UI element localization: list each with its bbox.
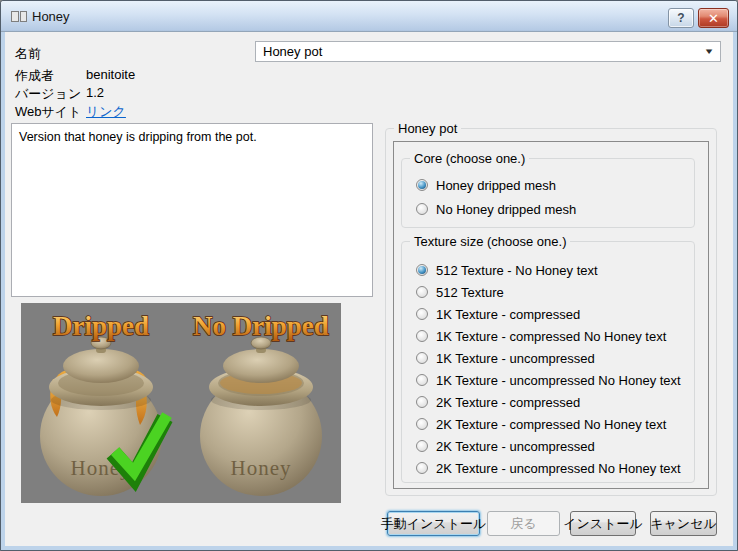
radio-option[interactable]: 512 Texture - No Honey text bbox=[416, 259, 690, 281]
radio-option-label: 512 Texture bbox=[436, 285, 504, 300]
radio-button-icon[interactable] bbox=[416, 418, 428, 430]
description-text: Version that honey is dripping from the … bbox=[19, 130, 257, 144]
radio-button-icon[interactable] bbox=[416, 286, 428, 298]
version-value: 1.2 bbox=[86, 85, 104, 100]
texture-group: Texture size (choose one.) 512 Texture -… bbox=[401, 241, 695, 483]
cancel-button[interactable]: キャンセル bbox=[650, 511, 717, 536]
core-options: Honey dripped meshNo Honey dripped mesh bbox=[416, 173, 690, 221]
help-button[interactable]: ? bbox=[668, 8, 694, 28]
radio-option[interactable]: 1K Texture - compressed No Honey text bbox=[416, 325, 690, 347]
radio-button-icon[interactable] bbox=[416, 203, 428, 215]
chevron-down-icon[interactable]: ▼ bbox=[703, 47, 714, 56]
close-button[interactable]: ✕ bbox=[698, 8, 729, 28]
core-group: Core (choose one.) Honey dripped meshNo … bbox=[401, 158, 695, 228]
version-label: バージョン bbox=[15, 85, 81, 103]
titlebar[interactable]: Honey ? ✕ bbox=[1, 1, 737, 32]
radio-option[interactable]: Honey dripped mesh bbox=[416, 173, 690, 197]
radio-option[interactable]: 2K Texture - compressed bbox=[416, 391, 690, 413]
window-title: Honey bbox=[32, 9, 70, 24]
radio-option-label: No Honey dripped mesh bbox=[436, 202, 576, 217]
radio-option[interactable]: 2K Texture - uncompressed No Honey text bbox=[416, 457, 690, 479]
radio-option[interactable]: 1K Texture - uncompressed bbox=[416, 347, 690, 369]
radio-button-icon[interactable] bbox=[416, 374, 428, 386]
radio-option[interactable]: No Honey dripped mesh bbox=[416, 197, 690, 221]
radio-option[interactable]: 1K Texture - uncompressed No Honey text bbox=[416, 369, 690, 391]
texture-group-title: Texture size (choose one.) bbox=[410, 234, 570, 249]
radio-option-label: 2K Texture - compressed No Honey text bbox=[436, 417, 666, 432]
radio-button-icon[interactable] bbox=[416, 330, 428, 342]
author-label: 作成者 bbox=[15, 67, 54, 85]
module-select-combobox[interactable]: Honey pot ▼ bbox=[255, 41, 721, 62]
name-label: 名前 bbox=[15, 45, 41, 63]
radio-option-label: 1K Texture - uncompressed bbox=[436, 351, 595, 366]
footer-button-row: 手動インストール戻るインストールキャンセル bbox=[387, 511, 717, 536]
radio-option-label: 2K Texture - uncompressed bbox=[436, 439, 595, 454]
radio-button-icon[interactable] bbox=[416, 440, 428, 452]
core-group-title: Core (choose one.) bbox=[410, 151, 529, 166]
radio-option[interactable]: 512 Texture bbox=[416, 281, 690, 303]
pot-engraving-right: Honey bbox=[231, 456, 292, 480]
manual-install-button[interactable]: 手動インストール bbox=[387, 511, 480, 536]
no-dripped-pot-illustration: Honey No Dripped bbox=[193, 311, 329, 496]
app-icon bbox=[11, 11, 27, 22]
radio-option-label: 1K Texture - uncompressed No Honey text bbox=[436, 373, 681, 388]
radio-button-icon[interactable] bbox=[416, 462, 428, 474]
radio-option[interactable]: 1K Texture - compressed bbox=[416, 303, 690, 325]
radio-option-label: 2K Texture - compressed bbox=[436, 395, 580, 410]
radio-option-label: 512 Texture - No Honey text bbox=[436, 263, 598, 278]
radio-option[interactable]: 2K Texture - compressed No Honey text bbox=[416, 413, 690, 435]
texture-options: 512 Texture - No Honey text512 Texture1K… bbox=[416, 259, 690, 479]
install-button[interactable]: インストール bbox=[570, 511, 636, 536]
radio-button-icon[interactable] bbox=[416, 264, 428, 276]
website-link[interactable]: リンク bbox=[86, 103, 126, 121]
radio-option-label: 1K Texture - compressed bbox=[436, 307, 580, 322]
combobox-value: Honey pot bbox=[263, 44, 322, 59]
back-button[interactable]: 戻る bbox=[487, 511, 560, 536]
module-options-title: Honey pot bbox=[394, 121, 461, 136]
no-dripped-caption: No Dripped bbox=[193, 311, 329, 341]
radio-button-icon[interactable] bbox=[416, 352, 428, 364]
author-value: benitoite bbox=[86, 67, 135, 82]
radio-option[interactable]: 2K Texture - uncompressed bbox=[416, 435, 690, 457]
description-box: Version that honey is dripping from the … bbox=[11, 123, 373, 297]
radio-option-label: Honey dripped mesh bbox=[436, 178, 556, 193]
website-label: Webサイト bbox=[15, 103, 81, 121]
radio-option-label: 1K Texture - compressed No Honey text bbox=[436, 329, 666, 344]
radio-option-label: 2K Texture - uncompressed No Honey text bbox=[436, 461, 681, 476]
honey-install-dialog: Honey ? ✕ 名前 Honey pot ▼ 作成者 benitoite バ… bbox=[0, 0, 738, 551]
radio-button-icon[interactable] bbox=[416, 308, 428, 320]
radio-button-icon[interactable] bbox=[416, 179, 428, 191]
preview-image: Honey Dripped Honey No Dripped bbox=[21, 303, 341, 503]
radio-button-icon[interactable] bbox=[416, 396, 428, 408]
dripped-pot-illustration: Honey Dripped bbox=[40, 311, 167, 496]
dripped-caption: Dripped bbox=[53, 311, 149, 341]
